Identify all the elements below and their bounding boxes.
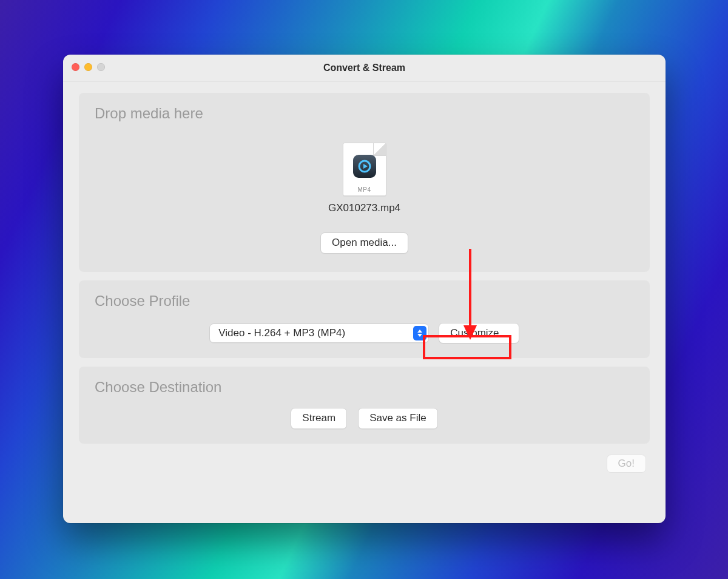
window-controls (72, 63, 105, 71)
titlebar[interactable]: Convert & Stream (63, 55, 666, 82)
svg-marker-1 (363, 164, 368, 169)
profile-select[interactable]: Video - H.264 + MP3 (MP4) (209, 323, 429, 343)
minimize-window-icon[interactable] (84, 63, 92, 71)
profile-selected-label: Video - H.264 + MP3 (MP4) (218, 327, 345, 339)
drop-media-panel[interactable]: Drop media here MP4 GX010273.mp4 (79, 93, 650, 272)
close-window-icon[interactable] (72, 63, 79, 71)
footer: Go! (79, 452, 650, 473)
stream-button[interactable]: Stream (291, 408, 347, 429)
media-file-icon[interactable]: MP4 (343, 143, 386, 196)
zoom-window-icon (97, 63, 105, 71)
profile-heading: Choose Profile (95, 293, 636, 310)
customize-button[interactable]: Customize... (439, 323, 519, 344)
window-body: Drop media here MP4 GX010273.mp4 (63, 82, 666, 484)
quicktime-icon (353, 155, 376, 178)
choose-profile-panel: Choose Profile Video - H.264 + MP3 (MP4)… (79, 280, 650, 359)
choose-destination-panel: Choose Destination Stream Save as File (79, 367, 650, 444)
drop-heading: Drop media here (95, 105, 636, 122)
open-media-button[interactable]: Open media... (320, 232, 408, 254)
window-title: Convert & Stream (323, 63, 405, 73)
desktop-wallpaper: Convert & Stream Drop media here (0, 0, 728, 579)
destination-heading: Choose Destination (95, 379, 636, 396)
page-fold-icon (373, 143, 386, 156)
go-button[interactable]: Go! (607, 455, 646, 473)
drop-area[interactable]: MP4 GX010273.mp4 Open media... (92, 130, 636, 256)
save-as-file-button[interactable]: Save as File (358, 408, 438, 429)
convert-stream-window: Convert & Stream Drop media here (63, 55, 666, 523)
media-filename: GX010273.mp4 (328, 202, 400, 214)
select-stepper-icon[interactable] (413, 326, 426, 340)
file-type-badge: MP4 (343, 186, 386, 193)
